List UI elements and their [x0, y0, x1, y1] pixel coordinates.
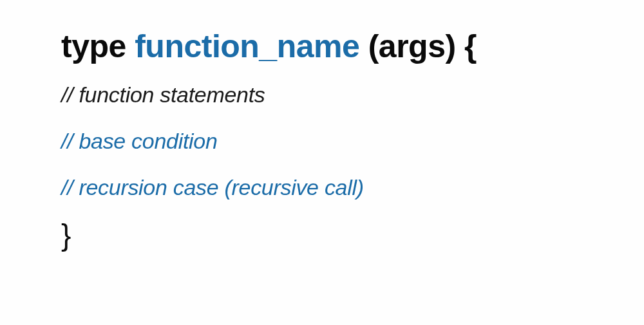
- comment-function-statements: // function statements: [61, 80, 583, 109]
- function-name: function_name: [135, 28, 359, 64]
- closing-brace: }: [61, 220, 583, 250]
- type-keyword: type: [61, 28, 135, 64]
- comment-base-condition: // base condition: [61, 127, 583, 155]
- function-signature: type function_name (args) {: [61, 26, 583, 68]
- args-and-brace: (args) {: [359, 28, 477, 64]
- comment-recursion-case: // recursion case (recursive call): [61, 173, 583, 201]
